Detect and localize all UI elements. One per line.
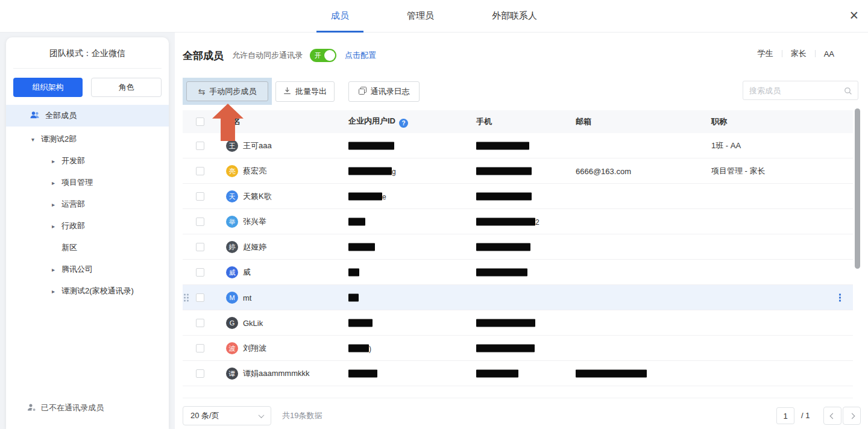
member-name: mt bbox=[243, 293, 251, 302]
table-row[interactable]: 举 张兴举 2 bbox=[183, 209, 853, 234]
phone-tail: 2 bbox=[535, 218, 539, 226]
role-button[interactable]: 角色 bbox=[91, 78, 162, 97]
top-bar: 成员 管理员 外部联系人 × bbox=[0, 0, 868, 33]
search-input[interactable] bbox=[743, 81, 858, 99]
org-structure-button[interactable]: 组织架构 bbox=[13, 78, 83, 97]
table-row[interactable]: G GkLik bbox=[183, 310, 853, 336]
tab-members[interactable]: 成员 bbox=[316, 0, 363, 33]
tree-item[interactable]: ▸开发部 bbox=[6, 150, 169, 172]
uid-redaction bbox=[348, 243, 375, 251]
tree-item[interactable]: 新区 bbox=[6, 237, 169, 258]
table-row[interactable]: 威 威 bbox=[183, 260, 853, 285]
tree-item-label: 开发部 bbox=[61, 155, 85, 166]
tree-item[interactable]: ▸腾讯公司 bbox=[6, 258, 169, 280]
next-page-button[interactable] bbox=[843, 407, 861, 425]
link-parent[interactable]: 家长 bbox=[782, 48, 815, 59]
close-icon[interactable]: × bbox=[849, 6, 858, 24]
row-checkbox[interactable] bbox=[196, 369, 204, 378]
avatar: M bbox=[226, 292, 238, 304]
table-row[interactable]: 亮 蔡宏亮 g 6666@163.com 项目管理 - 家长 bbox=[183, 158, 853, 184]
sync-highlight: ⇆ 手动同步成员 bbox=[183, 78, 272, 105]
sidebar: 团队模式：企业微信 组织架构 角色 全部成员 ▾谭测试2部▸开发部▸项目管理▸运… bbox=[6, 37, 169, 429]
caret-right-icon[interactable]: ▸ bbox=[52, 180, 61, 186]
uid-redaction bbox=[348, 192, 382, 200]
email-text: 6666@163.com bbox=[576, 166, 631, 175]
avatar: 举 bbox=[226, 216, 238, 228]
manual-sync-button[interactable]: ⇆ 手动同步成员 bbox=[186, 81, 268, 101]
scrollbar-thumb[interactable] bbox=[855, 108, 860, 269]
toggle-knob bbox=[324, 50, 335, 61]
uid-redaction bbox=[348, 167, 392, 175]
tree-item[interactable]: ▾谭测试2部 bbox=[6, 128, 169, 150]
header-user-id: 企业内用户ID? bbox=[348, 116, 408, 128]
contact-log-label: 通讯录日志 bbox=[371, 86, 410, 97]
table-row[interactable]: 波 刘翔波 ) bbox=[183, 336, 853, 361]
tree-item-label: 腾讯公司 bbox=[61, 264, 93, 275]
sync-toggle[interactable]: 开 bbox=[310, 49, 336, 62]
caret-right-icon[interactable]: ▸ bbox=[52, 201, 61, 208]
table-footer: 20 条/页 共19条数据 / 1 bbox=[183, 398, 853, 429]
total-count-label: 共19条数据 bbox=[282, 410, 322, 421]
member-name: 赵娅婷 bbox=[243, 242, 266, 252]
top-tabs: 成员 管理员 外部联系人 bbox=[316, 0, 552, 33]
members-table: 姓名 企业内用户ID? 手机 邮箱 职称 王 王可aaa 1班 - AA 亮 蔡… bbox=[183, 110, 853, 386]
row-checkbox[interactable] bbox=[196, 167, 204, 175]
table-row[interactable]: M mt bbox=[183, 285, 853, 310]
phone-redaction bbox=[476, 192, 532, 200]
tree-item[interactable]: ▸谭测试2(家校通讯录) bbox=[6, 280, 169, 302]
phone-redaction bbox=[476, 268, 527, 276]
prev-page-button[interactable] bbox=[823, 407, 841, 425]
row-checkbox[interactable] bbox=[196, 218, 204, 226]
caret-right-icon[interactable]: ▸ bbox=[52, 266, 61, 273]
header-email: 邮箱 bbox=[576, 116, 591, 127]
tab-admins[interactable]: 管理员 bbox=[392, 0, 448, 33]
row-menu-icon[interactable] bbox=[837, 292, 843, 303]
avatar: 婷 bbox=[226, 241, 238, 253]
table-row[interactable]: 谭 谭娟aaammmmkkk bbox=[183, 361, 853, 386]
sidebar-item-ex-members[interactable]: 已不在通讯录成员 bbox=[6, 402, 104, 413]
page-number-input[interactable] bbox=[776, 407, 794, 424]
row-checkbox[interactable] bbox=[196, 243, 204, 251]
row-checkbox[interactable] bbox=[196, 319, 204, 327]
caret-right-icon[interactable]: ▸ bbox=[52, 158, 61, 164]
row-checkbox[interactable] bbox=[196, 293, 204, 302]
caret-right-icon[interactable]: ▸ bbox=[52, 223, 61, 230]
row-checkbox[interactable] bbox=[196, 268, 204, 277]
tab-external-contacts[interactable]: 外部联系人 bbox=[477, 0, 552, 33]
tree-item[interactable]: ▸行政部 bbox=[6, 215, 169, 237]
link-student[interactable]: 学生 bbox=[749, 48, 782, 59]
team-icon bbox=[30, 111, 40, 121]
chevron-left-icon bbox=[829, 413, 835, 419]
sidebar-item-all-members[interactable]: 全部成员 bbox=[6, 105, 169, 127]
contact-log-button[interactable]: 通讯录日志 bbox=[348, 81, 420, 102]
help-icon[interactable]: ? bbox=[399, 119, 408, 128]
select-all-checkbox[interactable] bbox=[196, 117, 204, 126]
table-row[interactable]: 王 王可aaa 1班 - AA bbox=[183, 133, 853, 158]
dept-tree: ▾谭测试2部▸开发部▸项目管理▸运营部▸行政部新区▸腾讯公司▸谭测试2(家校通讯… bbox=[6, 127, 169, 302]
tree-item[interactable]: ▸运营部 bbox=[6, 193, 169, 215]
tree-item-label: 新区 bbox=[61, 242, 77, 253]
row-checkbox[interactable] bbox=[196, 192, 204, 201]
caret-right-icon[interactable]: ▸ bbox=[52, 288, 61, 295]
member-name: 刘翔波 bbox=[243, 343, 266, 354]
avatar: 天 bbox=[226, 190, 238, 202]
tree-item[interactable]: ▸项目管理 bbox=[6, 172, 169, 193]
page-size-select[interactable]: 20 条/页 bbox=[183, 406, 271, 425]
main-panel: 全部成员 允许自动同步通讯录 开 点击配置 学生 家长 AA ⇆ 手动同步成员 … bbox=[175, 33, 868, 429]
row-checkbox[interactable] bbox=[196, 344, 204, 352]
config-link[interactable]: 点击配置 bbox=[345, 50, 376, 61]
batch-export-label: 批量导出 bbox=[295, 86, 327, 97]
uid-redaction bbox=[348, 344, 369, 352]
uid-tail: g bbox=[392, 167, 396, 175]
phone-redaction bbox=[476, 369, 518, 377]
toggle-on-text: 开 bbox=[315, 51, 321, 60]
caret-down-icon[interactable]: ▾ bbox=[31, 136, 41, 143]
table-row[interactable]: 天 天籁K歌 e bbox=[183, 184, 853, 209]
drag-handle[interactable] bbox=[184, 293, 189, 301]
header-title: 职称 bbox=[711, 116, 727, 127]
row-checkbox[interactable] bbox=[196, 142, 204, 150]
batch-export-button[interactable]: 批量导出 bbox=[275, 81, 335, 102]
auto-sync-label: 允许自动同步通讯录 bbox=[232, 50, 303, 61]
table-row[interactable]: 婷 赵娅婷 bbox=[183, 234, 853, 260]
link-aa[interactable]: AA bbox=[816, 49, 843, 58]
